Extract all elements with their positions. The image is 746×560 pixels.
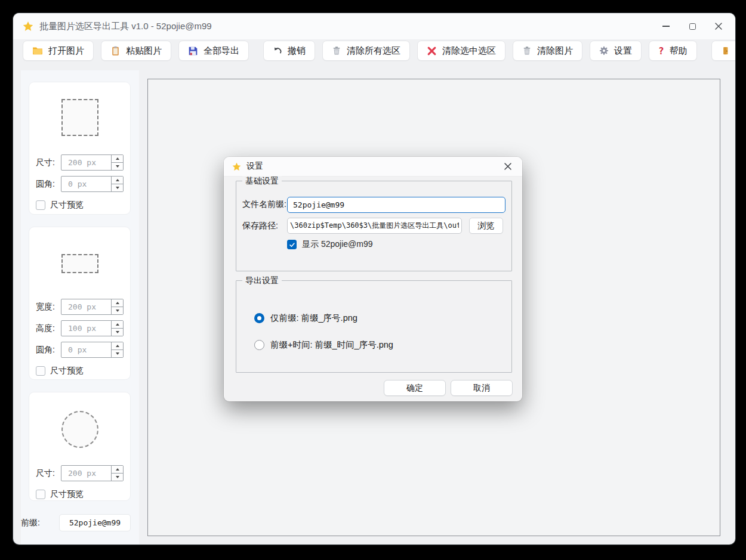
close-icon xyxy=(714,22,723,30)
width-label: 宽度: xyxy=(36,302,61,313)
save-path-label: 保存路径: xyxy=(242,221,287,231)
exit-button[interactable]: 退出 xyxy=(711,41,735,61)
toolbar-button-label: 全部导出 xyxy=(204,45,239,57)
spin-up-icon[interactable] xyxy=(112,342,123,350)
check-icon xyxy=(289,242,295,248)
settings-button[interactable]: 设置 xyxy=(590,41,642,61)
dialog-close-button[interactable] xyxy=(502,160,514,172)
spin-up-icon[interactable] xyxy=(112,299,123,307)
size-preview-checkbox[interactable] xyxy=(36,490,45,499)
export-settings-group: 导出设置 仅前缀: 前缀_序号.png 前缀+时间: 前缀_时间_序号.png xyxy=(236,280,512,373)
floppy-icon xyxy=(188,46,198,56)
close-button[interactable] xyxy=(714,21,723,31)
radio-selected-icon[interactable] xyxy=(254,313,264,323)
toolbar: 打开图片 粘贴图片 全部导出 撤销 清除所有选区 清除选中选区 清除图片 xyxy=(23,41,726,61)
size-preview-checkbox[interactable] xyxy=(36,200,45,210)
size-stepper xyxy=(61,154,124,171)
dialog-title: 设置 xyxy=(246,161,263,172)
toolbar-button-label: 帮助 xyxy=(670,45,688,57)
toolbar-button-label: 清除图片 xyxy=(537,45,573,57)
trash-icon xyxy=(332,46,341,55)
size-preview-checkbox[interactable] xyxy=(36,366,45,376)
spin-down-icon[interactable] xyxy=(112,163,123,170)
export-all-button[interactable]: 全部导出 xyxy=(178,41,249,61)
spin-up-icon[interactable] xyxy=(112,155,123,163)
rectangle-selection-preview[interactable] xyxy=(61,254,98,273)
minimize-button[interactable] xyxy=(661,21,671,31)
ok-button[interactable]: 确定 xyxy=(384,380,446,396)
toolbar-button-label: 打开图片 xyxy=(48,45,84,57)
corner-radius-stepper xyxy=(61,176,124,192)
filename-prefix-label: 文件名前缀: xyxy=(242,199,287,210)
size-input[interactable] xyxy=(61,466,111,481)
cancel-button[interactable]: 取消 xyxy=(451,380,513,396)
spin-up-icon[interactable] xyxy=(112,321,123,329)
shape-panel-circle: 尺寸: 尺寸预览 xyxy=(29,392,131,501)
trash-icon xyxy=(522,46,532,55)
sidebar: 尺寸: 圆角: xyxy=(21,70,139,544)
export-settings-legend: 导出设置 xyxy=(242,276,282,286)
folder-icon xyxy=(32,45,43,56)
basic-settings-legend: 基础设置 xyxy=(242,176,282,186)
settings-dialog: 设置 基础设置 文件名前缀: 保存路径: 浏览 显示 52pojie@m99 导… xyxy=(224,157,522,401)
help-button[interactable]: ? 帮助 xyxy=(649,41,697,61)
clear-selected-selection-button[interactable]: 清除选中选区 xyxy=(417,41,505,61)
naming-option-prefix-time[interactable]: 前缀+时间: 前缀_时间_序号.png xyxy=(254,339,393,351)
spin-up-icon[interactable] xyxy=(112,177,123,184)
spin-up-icon[interactable] xyxy=(112,466,123,474)
width-input[interactable] xyxy=(61,299,111,314)
size-label: 尺寸: xyxy=(36,468,61,479)
corner-radius-input[interactable] xyxy=(61,342,111,357)
clear-image-button[interactable]: 清除图片 xyxy=(513,41,582,61)
question-icon: ? xyxy=(658,45,664,57)
filename-prefix-input[interactable] xyxy=(287,197,505,213)
circle-selection-preview[interactable] xyxy=(61,411,98,448)
radio-unselected-icon[interactable] xyxy=(254,340,264,350)
corner-radius-input[interactable] xyxy=(61,177,111,191)
spin-down-icon[interactable] xyxy=(112,184,123,191)
toolbar-button-label: 设置 xyxy=(614,45,632,57)
open-image-button[interactable]: 打开图片 xyxy=(23,41,94,61)
maximize-button[interactable] xyxy=(688,21,697,31)
spin-down-icon[interactable] xyxy=(112,329,123,336)
prefix-row: 前缀: xyxy=(21,514,139,531)
app-star-icon xyxy=(23,21,33,32)
naming-option-prefix-only[interactable]: 仅前缀: 前缀_序号.png xyxy=(254,313,357,324)
height-input[interactable] xyxy=(61,321,111,336)
clipboard-icon xyxy=(110,46,121,56)
size-stepper xyxy=(61,465,124,481)
basic-settings-group: 基础设置 文件名前缀: 保存路径: 浏览 显示 52pojie@m99 xyxy=(236,181,512,271)
size-label: 尺寸: xyxy=(36,157,61,168)
show-credit-label: 显示 52pojie@m99 xyxy=(302,239,373,250)
corner-radius-stepper xyxy=(61,342,124,358)
naming-option-label: 仅前缀: 前缀_序号.png xyxy=(270,313,357,324)
save-path-input[interactable] xyxy=(287,218,462,234)
toolbar-button-label: 撤销 xyxy=(288,45,306,57)
corner-radius-label: 圆角: xyxy=(36,345,61,355)
toolbar-button-label: 粘贴图片 xyxy=(126,45,162,57)
corner-radius-label: 圆角: xyxy=(36,179,61,190)
window-title: 批量图片选区导出工具 v1.0 - 52pojie@m99 xyxy=(39,21,212,32)
browse-button[interactable]: 浏览 xyxy=(469,218,503,234)
width-stepper xyxy=(61,299,124,315)
height-stepper xyxy=(61,320,124,336)
square-selection-preview[interactable] xyxy=(61,99,98,136)
spin-down-icon[interactable] xyxy=(112,350,123,357)
size-preview-label: 尺寸预览 xyxy=(50,200,84,211)
spin-down-icon[interactable] xyxy=(112,307,123,314)
size-input[interactable] xyxy=(61,155,111,170)
shape-panel-square: 尺寸: 圆角: xyxy=(29,82,131,215)
spin-down-icon[interactable] xyxy=(112,474,123,481)
prefix-label: 前缀: xyxy=(21,518,59,528)
height-label: 高度: xyxy=(36,323,61,334)
toolbar-button-label: 清除选中选区 xyxy=(442,45,496,57)
undo-button[interactable]: 撤销 xyxy=(263,41,315,61)
dialog-titlebar[interactable]: 设置 xyxy=(224,157,522,177)
titlebar[interactable]: 批量图片选区导出工具 v1.0 - 52pojie@m99 xyxy=(13,13,735,39)
show-credit-checkbox[interactable] xyxy=(287,240,297,249)
clear-all-selections-button[interactable]: 清除所有选区 xyxy=(322,41,410,61)
close-icon xyxy=(504,162,512,171)
prefix-input[interactable] xyxy=(59,514,131,531)
paste-image-button[interactable]: 粘贴图片 xyxy=(101,41,171,61)
exit-door-icon xyxy=(721,46,730,55)
